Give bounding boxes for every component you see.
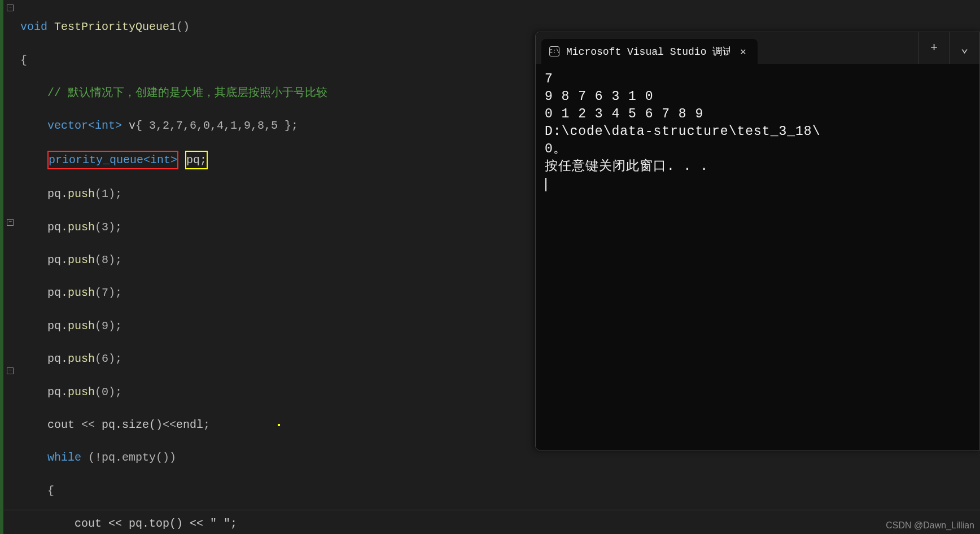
parens: () bbox=[176, 20, 190, 33]
keyword: void bbox=[20, 20, 47, 33]
template-args: <int> bbox=[143, 154, 177, 167]
comment: // 默认情况下，创建的是大堆，其底层按照小于号比较 bbox=[47, 86, 327, 99]
type: priority_queue bbox=[49, 154, 143, 167]
output-line: 按任意键关闭此窗口. . . bbox=[545, 159, 708, 174]
output-line: D:\code\data-structure\test_3_18\ bbox=[545, 124, 820, 139]
terminal-icon: C:\ bbox=[549, 46, 559, 56]
obj: pq. bbox=[47, 352, 68, 365]
highlight-red: priority_queue<int> bbox=[47, 151, 178, 169]
titlebar-actions: + ⌄ bbox=[918, 32, 979, 64]
method: push bbox=[68, 352, 95, 365]
method: push bbox=[68, 286, 95, 299]
method: push bbox=[68, 221, 95, 234]
console-titlebar[interactable]: C:\ Microsoft Visual Studio 调试控 ✕ + ⌄ bbox=[536, 32, 979, 64]
args: (6); bbox=[95, 352, 122, 365]
change-gutter bbox=[0, 0, 3, 534]
obj: pq. bbox=[47, 386, 68, 399]
type: vector bbox=[47, 119, 88, 132]
endl: endl bbox=[176, 418, 203, 431]
console-tab[interactable]: C:\ Microsoft Visual Studio 调试控 ✕ bbox=[541, 39, 758, 64]
fold-toggle[interactable]: − bbox=[7, 5, 14, 11]
stmt: cout << pq.top() << " "; bbox=[75, 517, 237, 530]
fold-toggle[interactable]: − bbox=[7, 367, 14, 374]
initializer: { 3,2,7,6,0,4,1,9,8,5 }; bbox=[135, 119, 298, 132]
obj: pq. bbox=[47, 286, 68, 299]
operator: << bbox=[75, 418, 102, 431]
variable: pq; bbox=[186, 154, 207, 167]
output-line: 0。 bbox=[545, 142, 567, 156]
panel-separator[interactable] bbox=[0, 510, 980, 510]
method: push bbox=[68, 386, 95, 399]
output-line: 9 8 7 6 3 1 0 bbox=[545, 89, 653, 104]
console-tab-title: Microsoft Visual Studio 调试控 bbox=[566, 45, 730, 58]
brace: { bbox=[47, 484, 54, 497]
args: (9); bbox=[95, 319, 122, 332]
args: (7); bbox=[95, 286, 122, 299]
call: pq.size() bbox=[102, 418, 163, 431]
obj: pq. bbox=[47, 253, 68, 266]
obj: pq. bbox=[47, 221, 68, 234]
obj: pq. bbox=[47, 319, 68, 332]
fold-toggle[interactable]: − bbox=[7, 219, 14, 226]
obj: pq. bbox=[47, 187, 68, 200]
keyword: while bbox=[47, 451, 81, 464]
method: push bbox=[68, 253, 95, 266]
cout: cout bbox=[47, 418, 75, 431]
console-cursor bbox=[545, 178, 546, 191]
output-line: 0 1 2 3 4 5 6 7 8 9 bbox=[545, 107, 703, 121]
output-line: 7 bbox=[545, 72, 553, 86]
method: push bbox=[68, 319, 95, 332]
args: (3); bbox=[95, 221, 122, 234]
args: (8); bbox=[95, 253, 122, 266]
debug-console-window[interactable]: C:\ Microsoft Visual Studio 调试控 ✕ + ⌄ 7 … bbox=[535, 32, 980, 450]
template-args: <int> bbox=[88, 119, 122, 132]
caret-marker bbox=[278, 424, 280, 426]
method: push bbox=[68, 187, 95, 200]
args: (0); bbox=[95, 386, 122, 399]
variable: v bbox=[122, 119, 135, 132]
new-tab-button[interactable]: + bbox=[918, 32, 949, 64]
watermark-text: CSDN @Dawn_Lillian bbox=[886, 520, 974, 531]
condition: (!pq.empty()) bbox=[81, 451, 176, 464]
tab-dropdown-button[interactable]: ⌄ bbox=[949, 32, 979, 64]
args: (1); bbox=[95, 187, 122, 200]
console-output[interactable]: 7 9 8 7 6 3 1 0 0 1 2 3 4 5 6 7 8 9 D:\c… bbox=[536, 64, 979, 450]
function-name: TestPriorityQueue1 bbox=[54, 20, 176, 33]
highlight-yellow: pq; bbox=[185, 151, 208, 169]
semi: ; bbox=[203, 418, 210, 431]
close-tab-button[interactable]: ✕ bbox=[737, 45, 750, 58]
brace: { bbox=[20, 54, 27, 67]
